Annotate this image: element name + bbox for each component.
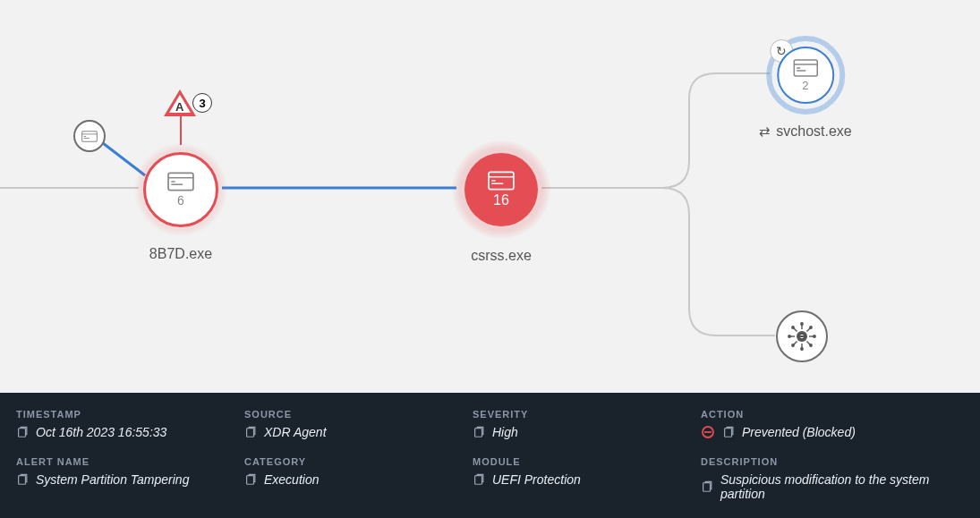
- svg-point-28: [788, 335, 790, 337]
- network-node[interactable]: [776, 310, 828, 362]
- node-halo: 6: [133, 142, 228, 237]
- field-label: ALERT NAME: [16, 456, 226, 467]
- svg-point-32: [792, 327, 794, 328]
- copy-icon[interactable]: [473, 426, 485, 438]
- svg-rect-39: [19, 429, 26, 437]
- window-icon: [81, 131, 98, 142]
- network-icon: [787, 321, 817, 352]
- recycle-icon: ⇄: [759, 123, 771, 140]
- svg-rect-48: [703, 483, 711, 492]
- copy-icon[interactable]: [16, 473, 29, 486]
- field-label: MODULE: [473, 456, 683, 467]
- field-value: Suspicious modification to the system pa…: [720, 472, 964, 501]
- svg-point-34: [810, 327, 812, 328]
- svg-rect-44: [725, 429, 732, 437]
- copy-icon[interactable]: [244, 426, 257, 438]
- field-description: DESCRIPTION Suspicious modification to t…: [701, 456, 964, 504]
- alert-triangle-icon: A: [164, 89, 196, 116]
- copy-icon[interactable]: [244, 473, 257, 486]
- process-node-main[interactable]: 6 8B7D.exe: [133, 142, 228, 262]
- svg-rect-21: [801, 335, 804, 335]
- field-label: SEVERITY: [473, 409, 683, 420]
- event-count: 2: [802, 79, 808, 92]
- svg-rect-45: [19, 476, 26, 485]
- field-label: SOURCE: [244, 409, 455, 420]
- svg-point-30: [814, 335, 815, 337]
- process-label-text: svchost.exe: [776, 123, 851, 140]
- window-icon: [793, 59, 818, 77]
- field-severity: SEVERITY High: [473, 409, 683, 442]
- field-value: High: [492, 425, 518, 439]
- alert-count-badge: 3: [192, 93, 212, 113]
- node-circle: [73, 120, 106, 152]
- process-label: 8B7D.exe: [149, 246, 212, 262]
- field-source: SOURCE XDR Agent: [244, 409, 455, 442]
- svg-rect-47: [475, 476, 482, 485]
- window-icon: [488, 171, 515, 191]
- svg-point-38: [810, 344, 812, 346]
- svg-rect-22: [801, 337, 804, 338]
- window-icon: [167, 172, 194, 191]
- field-module: MODULE UEFI Protection: [473, 456, 683, 504]
- copy-icon[interactable]: [16, 426, 29, 438]
- svg-point-24: [801, 323, 803, 325]
- event-count: 6: [177, 193, 184, 208]
- process-node-csrss[interactable]: 16 csrss.exe: [452, 140, 550, 264]
- svg-rect-41: [475, 429, 482, 437]
- field-value: Prevented (Blocked): [742, 425, 856, 439]
- svg-rect-46: [247, 476, 254, 485]
- node-halo: 16: [452, 140, 550, 239]
- alert-marker[interactable]: A 3: [164, 89, 212, 116]
- blocked-icon: [701, 425, 715, 439]
- alert-letter: A: [175, 100, 183, 114]
- process-graph-canvas: A 3 6 8B7D.exe: [0, 0, 980, 394]
- field-label: TIMESTAMP: [16, 409, 226, 420]
- copy-icon[interactable]: [722, 426, 735, 438]
- node-circle: 6: [143, 152, 218, 227]
- field-label: ACTION: [701, 409, 964, 420]
- field-action: ACTION Prevented (Blocked): [701, 409, 964, 442]
- svg-point-20: [797, 331, 807, 342]
- process-node-svchost[interactable]: ↻ 2 ⇄ svchost.exe: [759, 36, 851, 140]
- alert-details-panel: TIMESTAMP Oct 16th 2023 16:55:33 SOURCE …: [0, 393, 980, 518]
- field-value: Execution: [264, 472, 319, 487]
- svg-point-26: [801, 348, 803, 350]
- copy-icon[interactable]: [473, 473, 485, 486]
- copy-icon[interactable]: [701, 480, 713, 493]
- event-count: 16: [493, 192, 509, 208]
- field-value: Oct 16th 2023 16:55:33: [36, 425, 166, 439]
- field-alert-name: ALERT NAME System Partition Tampering: [16, 456, 226, 504]
- process-label: ⇄ svchost.exe: [759, 123, 851, 140]
- node-circle: 16: [464, 153, 538, 226]
- node-halo: ↻ 2: [766, 36, 845, 115]
- node-circle: [776, 310, 828, 362]
- field-category: CATEGORY Execution: [244, 456, 455, 504]
- field-label: CATEGORY: [244, 456, 455, 467]
- svg-rect-40: [247, 429, 254, 437]
- process-label: csrss.exe: [471, 248, 532, 264]
- field-value: UEFI Protection: [492, 472, 581, 487]
- field-value: System Partition Tampering: [36, 472, 189, 487]
- field-value: XDR Agent: [264, 425, 327, 439]
- field-timestamp: TIMESTAMP Oct 16th 2023 16:55:33: [16, 409, 226, 442]
- process-node-parent[interactable]: [73, 120, 106, 152]
- node-circle: 2: [777, 47, 834, 104]
- svg-point-36: [792, 344, 794, 346]
- field-label: DESCRIPTION: [701, 456, 964, 467]
